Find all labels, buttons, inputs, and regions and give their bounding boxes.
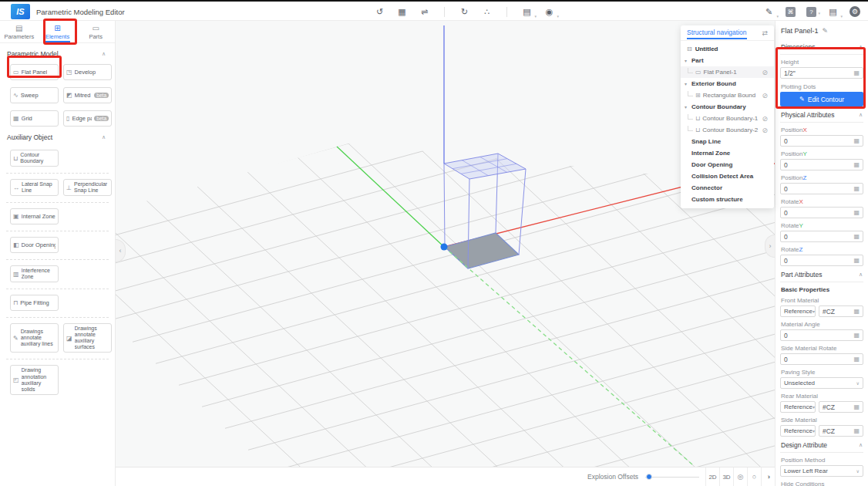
edit-contour-button[interactable]: ✎Edit Contour	[780, 92, 863, 106]
perspective-view-button[interactable]: ◎	[733, 467, 747, 486]
shading-toggle-button[interactable]: ◑	[761, 467, 775, 486]
mitred-swee-button[interactable]: ◩Mitred Sweebeta	[63, 87, 112, 103]
drawing-annotation-auxiliary-solids-button[interactable]: ◰Drawing annotation auxiliary solids	[10, 365, 59, 394]
front-material-select[interactable]: Reference▾	[780, 305, 816, 317]
tree-row-custom-structure[interactable]: Custom structure	[681, 194, 774, 205]
calculator-icon[interactable]: ▦	[853, 257, 860, 264]
tree-row-door-opening[interactable]: Door Opening	[681, 159, 774, 170]
side-material-select[interactable]: Reference▾	[780, 425, 816, 437]
collapse-caret-icon[interactable]: ∧	[859, 112, 863, 118]
view-2d-button[interactable]: 2D	[705, 467, 719, 486]
pipe-fitting-button[interactable]: ⊓Pipe Fitting	[10, 295, 59, 311]
visibility-eye-icon[interactable]: ⊘	[762, 127, 768, 134]
collapse-caret-icon[interactable]: ∧	[102, 134, 106, 140]
mirror-tool-icon[interactable]: ⇌	[419, 7, 430, 17]
tab-elements[interactable]: ⊞Elements	[39, 21, 77, 42]
help-icon[interactable]: ?▾	[806, 7, 816, 17]
tree-expander-icon[interactable]: ▾	[685, 81, 687, 86]
tab-parts[interactable]: ▭Parts	[76, 21, 115, 42]
tree-row-rectangular-bound[interactable]: ⊞Rectangular Bound⊘	[681, 89, 774, 101]
collapse-caret-icon[interactable]: ∧	[102, 51, 106, 57]
tree-expander-icon[interactable]: ▾	[685, 104, 687, 110]
sweep-button[interactable]: ∿Sweep	[10, 87, 59, 103]
shortcuts-icon[interactable]: ⌘	[786, 7, 796, 17]
calculator-icon[interactable]: ▦	[853, 403, 860, 410]
calculator-icon[interactable]: ▦	[853, 137, 860, 144]
paving-style-select[interactable]: Unselected∨	[780, 377, 863, 389]
orbit-tool-icon[interactable]: ↺	[374, 7, 385, 17]
docs-icon[interactable]: ▤▾	[827, 7, 839, 17]
tree-row-exterior-bound[interactable]: ▾Exterior Bound	[681, 78, 774, 89]
settings-gear-icon[interactable]: ⚙	[849, 6, 860, 17]
structural-navigation-title[interactable]: Structural navigation	[687, 26, 747, 39]
side-material-rotate-input[interactable]: 0▦	[780, 353, 863, 365]
calculator-icon[interactable]: ▦	[853, 209, 860, 216]
calculator-icon[interactable]: ▦	[853, 332, 860, 339]
contour-boundary-button[interactable]: ⊔Contour Boundary	[10, 150, 59, 167]
collapse-caret-icon[interactable]: ∧	[859, 44, 863, 50]
tree-row-snap-line[interactable]: Snap Line	[681, 136, 774, 147]
positionx-input[interactable]: 0▦	[780, 135, 863, 147]
collapse-caret-icon[interactable]: ∧	[859, 272, 863, 278]
positiony-input[interactable]: 0▦	[780, 159, 863, 170]
interference-zone-button[interactable]: ▥Interference Zone	[10, 265, 59, 282]
visibility-eye-icon[interactable]: ⊘	[762, 115, 768, 123]
slider-handle[interactable]	[646, 474, 652, 480]
rear-material-input[interactable]: #CZ▦	[819, 401, 863, 413]
visibility-eye-icon[interactable]: ⊘	[762, 69, 768, 76]
edge-panel-button[interactable]: ▯Edge panelbeta	[63, 110, 112, 127]
rename-pencil-icon[interactable]: ✎	[823, 27, 829, 35]
tab-parameters[interactable]: ▤Parameters	[0, 21, 39, 42]
calculator-icon[interactable]: ▦	[853, 69, 860, 76]
calculator-icon[interactable]: ▦	[853, 185, 860, 192]
tree-row-contour-boundary-1[interactable]: ⊔Contour Boundary-1⊘	[681, 113, 774, 124]
positionz-input[interactable]: 0▦	[780, 183, 863, 194]
calculator-icon[interactable]: ▦	[853, 356, 860, 363]
export-drawing-icon[interactable]: ▤▾	[521, 7, 533, 17]
calculator-icon[interactable]: ▦	[853, 233, 860, 240]
snap-points-tool-icon[interactable]: ∴	[481, 7, 493, 17]
rotatey-input[interactable]: 0▦	[780, 231, 863, 242]
material-angle-input[interactable]: 0▦	[780, 329, 863, 341]
component-library-icon[interactable]: ◉▾	[543, 7, 555, 17]
origin-point-dot[interactable]	[441, 244, 448, 251]
tree-row-internal-zone[interactable]: Internal Zone	[681, 147, 774, 159]
visibility-eye-icon[interactable]: ⊘	[762, 92, 768, 100]
edit-pencil-icon[interactable]: ✎▾	[763, 7, 775, 17]
viewport-3d[interactable]: Explosion Offsets 2D3D◎○◑	[116, 21, 775, 486]
position-method-select[interactable]: Lower Left Rear∨	[780, 465, 863, 477]
view-3d-button[interactable]: 3D	[719, 467, 733, 486]
tree-row-untitled[interactable]: ⊟Untitled	[681, 43, 774, 55]
tree-row-contour-boundary[interactable]: ▾Contour Boundary	[681, 101, 774, 113]
explosion-offsets-slider[interactable]	[645, 473, 699, 481]
rotatez-input[interactable]: 0▦	[780, 255, 863, 266]
front-material-input[interactable]: #CZ▦	[819, 305, 863, 317]
drawings-annotate-auxiliary-lines-button[interactable]: ✎Drawings annotate auxiliary lines	[10, 323, 59, 353]
calculator-icon[interactable]: ▦	[853, 427, 860, 434]
refresh-tool-icon[interactable]: ↻	[459, 7, 470, 17]
door-opening-button[interactable]: ◧Door Opening	[10, 237, 59, 253]
rear-material-select[interactable]: Reference▾	[780, 401, 816, 413]
tree-row-collision-detect-area[interactable]: Collision Detect Area	[681, 170, 774, 182]
tree-row-contour-boundary-2[interactable]: ⊔Contour Boundary-2⊘	[681, 124, 774, 136]
tree-row-connector[interactable]: Connector	[681, 182, 774, 194]
array-grid-tool-icon[interactable]: ▦	[396, 7, 408, 17]
perpendicular-snap-line-button[interactable]: ⊥Perpendicular Snap Line	[63, 179, 112, 196]
tree-expander-icon[interactable]: ▾	[685, 58, 687, 63]
tree-row-flat-panel-1[interactable]: ▭Flat Panel-1⊘	[681, 66, 774, 78]
side-material-input[interactable]: #CZ▦	[819, 425, 863, 437]
tree-row-part[interactable]: ▾Part	[681, 55, 774, 66]
panel-collapse-icon[interactable]: ⇄	[762, 29, 768, 37]
lateral-snap-line-button[interactable]: ↔Lateral Snap Line	[10, 179, 59, 196]
develop-button[interactable]: ◳Develop	[63, 64, 112, 80]
flat-panel-button[interactable]: ▭Flat Panel	[10, 64, 59, 80]
rotatex-input[interactable]: 0▦	[780, 207, 863, 218]
flat-panel-slab[interactable]	[445, 233, 519, 268]
drawings-annotate-auxiliary-surfaces-button[interactable]: ◪Drawings annotate auxiliary surfaces	[63, 323, 112, 353]
height-input[interactable]: 1/2"▦	[780, 67, 863, 79]
grid-button[interactable]: ▦Grid	[10, 110, 59, 127]
calculator-icon[interactable]: ▦	[853, 161, 860, 168]
orthographic-view-button[interactable]: ○	[747, 467, 761, 486]
internal-zone-button[interactable]: ▣Internal Zone	[10, 208, 59, 224]
collapse-caret-icon[interactable]: ∧	[859, 442, 863, 448]
